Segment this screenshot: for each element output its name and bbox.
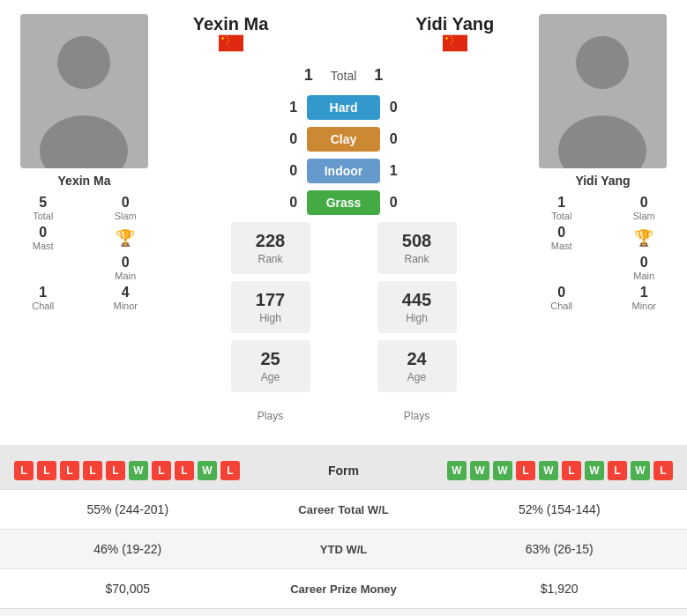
player2-rank-value: 508 [395,231,439,251]
stats-row-3-middle: YTD Titles [256,610,432,617]
player1-form-badge-8: W [198,461,217,480]
player2-form-badge-7: L [608,461,627,480]
age-plays-boxes: 25 Age 24 Age [231,340,457,392]
player2-plays-label: Plays [395,410,439,422]
player2-rank-label: Rank [395,253,439,265]
surface-row-hard: 1 Hard 0 [280,92,407,123]
stats-row-0-right: 52% (154-144) [432,490,688,529]
middle-section: Yexin Ma Yidi Yang [165,14,522,431]
player1-form-badge-5: W [129,461,148,480]
svg-rect-9 [443,35,467,52]
player1-header: Yexin Ma [193,14,269,52]
player2-mast-cell: 0 Mast [526,225,598,251]
player2-form-badge-6: W [585,461,604,480]
player2-header: Yidi Yang [415,14,494,52]
player2-mast-value: 0 [557,225,565,241]
player2-slam-cell: 0 Slam [609,195,681,221]
player2-flag [443,34,467,52]
player2-form-badge-0: W [447,461,467,480]
stats-row-2: $70,005Career Prize Money$1,920 [0,568,687,608]
player1-age-value: 25 [249,349,293,369]
player2-form-badge-8: W [631,461,650,480]
hard-score-right: 0 [380,100,407,115]
player1-avatar [20,14,148,168]
form-left: LLLLLWLLWL [14,461,302,480]
stats-row-1-middle: YTD W/L [256,531,432,568]
total-label: Total [331,69,357,83]
stats-row-1: 46% (19-22)YTD W/L63% (26-15) [0,529,687,568]
player2-form-badge-3: L [516,461,535,480]
player1-form-badge-1: L [37,461,56,480]
player2-form-badge-4: W [539,461,558,480]
player1-total-cell: 5 Total [7,195,79,221]
stats-row-1-right: 63% (26-15) [432,530,688,568]
player1-rank-box: 228 Rank [231,222,310,274]
player1-form-badge-3: L [83,461,102,480]
player2-trophy-cell: 🏆 [609,225,681,251]
player1-trophy-cell: 🏆 [90,225,162,251]
stats-row-2-middle: Career Prize Money [256,570,432,608]
player1-stats: 5 Total 0 Slam 0 Mast 🏆 0 Main [7,195,161,311]
player2-slam-value: 0 [640,195,648,211]
player1-slam-label: Slam [115,211,137,221]
player1-plays-box: Plays [231,399,310,431]
player2-mast-label: Mast [551,241,572,251]
player1-form-badge-9: L [220,461,240,480]
clay-score-right: 0 [380,131,407,147]
player2-stats: 1 Total 0 Slam 0 Mast 🏆 0 Main [526,195,680,311]
player1-mast-cell: 0 Mast [7,225,79,251]
form-label: Form [309,464,379,478]
players-section: Yexin Ma 5 Total 0 Slam 0 Mast 🏆 [0,0,687,445]
stats-row-0-middle: Career Total W/L [256,491,432,529]
player1-main-label: Main [115,271,136,281]
player1-name: Yexin Ma [58,174,111,188]
player2-minor-label: Minor [631,301,656,311]
player1-form-badge-4: L [106,461,125,480]
player1-card: Yexin Ma 5 Total 0 Slam 0 Mast 🏆 [7,14,161,431]
divider [0,445,687,452]
player2-high-value: 445 [395,290,439,310]
player2-header-name: Yidi Yang [415,14,494,34]
stats-row-1-left: 46% (19-22) [0,530,256,568]
stats-row-0-left: 55% (244-201) [0,490,256,529]
player1-mast-label: Mast [33,241,54,251]
player1-chall-cell: 1 Chall [7,285,79,311]
player2-rank-box: 508 Rank [377,222,457,274]
form-section: LLLLLWLLWL Form WWWLWLWLWL [0,452,687,489]
total-score-left: 1 [304,66,313,85]
player2-age-value: 24 [395,349,439,369]
player2-slam-label: Slam [633,211,655,221]
stats-row-2-right: $1,920 [432,569,688,608]
player2-minor-cell: 1 Minor [609,285,681,311]
plays-boxes: Plays Plays [231,399,457,431]
form-right: WWWLWLWLWL [386,461,674,480]
player2-chall-label: Chall [550,301,572,311]
player1-flag [219,34,243,52]
player2-chall-cell: 0 Chall [526,285,598,311]
player2-trophy-icon: 🏆 [634,228,653,248]
stats-row-3-right: 1 [432,609,688,616]
grass-score-left: 0 [280,195,307,211]
player2-age-box: 24 Age [377,340,457,392]
surface-row-indoor: 0 Indoor 1 [280,155,407,187]
player1-rank-value: 228 [249,231,293,251]
player2-avatar [539,14,667,168]
player2-main-cell: 0 Main [609,255,681,281]
player1-mast-value: 0 [39,225,47,241]
svg-rect-3 [219,35,243,52]
stats-row-3-left: 0 [0,609,256,616]
player2-high-box: 445 High [377,281,457,333]
stats-table: 55% (244-201)Career Total W/L52% (154-14… [0,489,687,616]
surface-row-clay: 0 Clay 0 [280,123,407,155]
player1-form-badge-0: L [14,461,34,480]
grass-score-right: 0 [380,195,407,211]
player2-total-value: 1 [557,195,565,211]
player2-name: Yidi Yang [575,174,630,188]
player2-total-cell: 1 Total [526,195,598,221]
player1-form-badge-6: L [152,461,171,480]
player1-plays-label: Plays [249,410,293,422]
player1-high-value: 177 [249,290,293,310]
player1-total-label: Total [33,211,53,221]
indoor-score-right: 1 [380,163,407,179]
player1-main-value: 0 [122,255,130,271]
